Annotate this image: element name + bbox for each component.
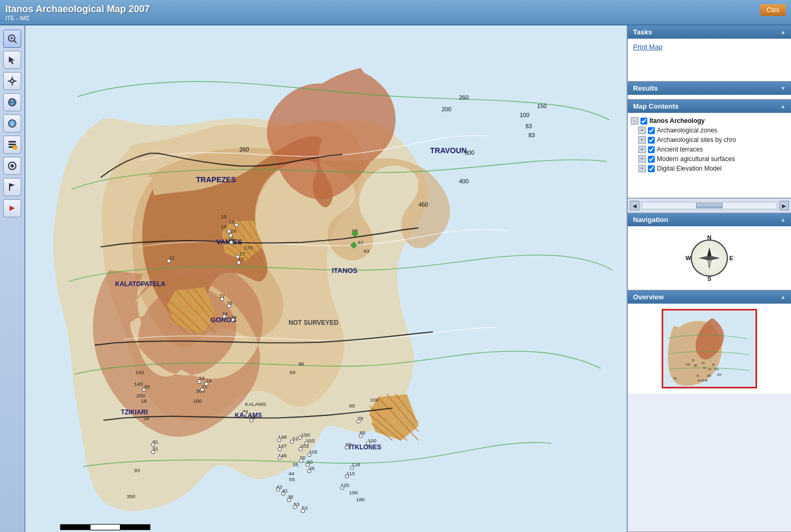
- svg-point-157: [340, 486, 344, 490]
- overview-header[interactable]: Overview ▲: [628, 290, 791, 304]
- svg-text:260: 260: [239, 146, 249, 153]
- svg-point-126: [231, 318, 235, 322]
- expand-modern-ag-button[interactable]: +: [638, 155, 646, 163]
- overview-map[interactable]: 150 79 88 34 51 44 29 200 300 100 91 44 …: [662, 309, 757, 388]
- scroll-right-button[interactable]: ▶: [779, 201, 789, 210]
- svg-point-149: [293, 505, 297, 509]
- navigation-title: Navigation: [633, 216, 668, 224]
- zoom-in-button[interactable]: [3, 30, 21, 48]
- layer-checkbox-terraces[interactable]: [648, 146, 655, 153]
- svg-text:100: 100: [520, 112, 529, 118]
- svg-text:51: 51: [703, 367, 706, 369]
- svg-text:18: 18: [141, 398, 147, 404]
- cursor-icon: [7, 55, 17, 65]
- svg-point-117: [227, 229, 231, 233]
- expand-root-button[interactable]: -: [631, 117, 638, 125]
- close-button[interactable]: Clos: [760, 4, 786, 16]
- layer-name-modern-ag: Modern agicultural surfaces: [657, 155, 735, 163]
- svg-point-155: [350, 466, 354, 469]
- svg-text:55: 55: [289, 476, 295, 482]
- layer-checkbox-arch-zones[interactable]: [648, 127, 655, 134]
- svg-marker-4: [9, 57, 14, 64]
- map-contents-header[interactable]: Map Contents ▲: [628, 100, 791, 113]
- flag-icon: [7, 182, 17, 192]
- layers-button[interactable]: !: [3, 136, 21, 154]
- kalatopatela-label: KALATOPATELA: [115, 280, 165, 288]
- compass: N S W E: [685, 234, 733, 282]
- svg-point-151: [357, 420, 361, 423]
- tasks-collapse-icon: ▲: [780, 29, 786, 35]
- itklones-label: ITKLONES: [349, 444, 382, 451]
- svg-text:200: 200: [715, 368, 719, 371]
- svg-point-139: [298, 436, 302, 440]
- right-panel: Tasks ▲ Print Map Results ▼ Map Contents…: [627, 25, 791, 532]
- svg-text:300: 300: [717, 374, 721, 376]
- svg-point-136: [278, 447, 282, 451]
- layer-row-root: - Itanos Archeology: [630, 116, 789, 126]
- navigation-header[interactable]: Navigation ▲: [628, 213, 791, 226]
- navigation-collapse-icon: ▲: [780, 217, 786, 223]
- info-button[interactable]: i: [3, 114, 21, 132]
- info-icon: i: [7, 119, 17, 128]
- svg-point-118: [229, 234, 233, 237]
- overview-section: Overview ▲ 150 79 88 34 51: [628, 290, 791, 532]
- map-contents-collapse-icon: ▲: [780, 103, 786, 109]
- app-title: Itanos Archaeological Map 2007: [5, 4, 150, 15]
- scroll-track[interactable]: [641, 202, 777, 209]
- app-title-block: Itanos Archaeological Map 2007 ITE - ΙΜΣ: [5, 4, 150, 21]
- layer-checkbox-arch-sites[interactable]: [648, 137, 655, 144]
- cursor-button[interactable]: [3, 51, 21, 69]
- svg-rect-161: [90, 524, 120, 530]
- flag-button[interactable]: [3, 178, 21, 196]
- layer-checkbox-dem[interactable]: [648, 165, 655, 172]
- tasks-section: Tasks ▲ Print Map: [628, 25, 791, 82]
- svg-text:!: !: [14, 146, 15, 149]
- app-subtitle: ITE - ΙΜΣ: [5, 15, 150, 21]
- svg-text:83: 83: [525, 123, 532, 130]
- layer-checkbox-root[interactable]: [640, 118, 647, 125]
- globe-icon: [7, 97, 17, 107]
- svg-text:79: 79: [691, 359, 695, 362]
- scroll-thumb[interactable]: [696, 203, 723, 208]
- map-area[interactable]: TRAPEZES TRAVOUN VAMIES ITANOS KALATOPAT…: [25, 25, 627, 532]
- svg-point-134: [152, 450, 155, 454]
- compass-rose-svg: [696, 245, 723, 271]
- pan-icon: [7, 76, 17, 86]
- svg-point-153: [366, 441, 370, 445]
- layer-row-dem: + Digital Elevation Model: [630, 164, 789, 173]
- expand-dem-button[interactable]: +: [638, 165, 646, 172]
- svg-text:16: 16: [231, 228, 236, 234]
- overview-collapse-icon: ▲: [780, 294, 786, 300]
- svg-text:34: 34: [143, 415, 149, 421]
- svg-marker-20: [10, 206, 15, 211]
- results-header[interactable]: Results ▼: [628, 82, 791, 95]
- tzikiari-label: TZIKIARI: [121, 409, 148, 416]
- svg-point-122: [167, 259, 171, 263]
- tasks-header[interactable]: Tasks ▲: [628, 25, 791, 39]
- svg-text:180: 180: [356, 496, 365, 502]
- identify-button[interactable]: [3, 157, 21, 175]
- layer-checkbox-modern-ag[interactable]: [648, 156, 655, 163]
- svg-text:190: 190: [349, 490, 358, 495]
- expand-arch-sites-button[interactable]: +: [638, 136, 646, 144]
- svg-text:35: 35: [293, 462, 298, 467]
- scroll-left-button[interactable]: ◀: [630, 201, 639, 210]
- layers-icon: !: [7, 140, 17, 149]
- svg-text:400: 400: [459, 178, 469, 184]
- arrow-icon: [7, 203, 17, 213]
- expand-arch-zones-button[interactable]: +: [638, 127, 646, 134]
- svg-point-140: [305, 441, 309, 445]
- svg-text:143: 143: [135, 369, 144, 375]
- print-map-link[interactable]: Print Map: [633, 43, 663, 51]
- compass-west-label: W: [685, 255, 691, 261]
- not-surveyed-label: NOT SURVEYED: [288, 319, 339, 326]
- expand-terraces-button[interactable]: +: [638, 146, 646, 153]
- svg-rect-11: [8, 141, 16, 143]
- layer-tree: - Itanos Archeology + Archaeological zon…: [630, 116, 789, 173]
- svg-text:17: 17: [239, 251, 245, 256]
- main-layout: i !: [0, 25, 791, 532]
- pan-button[interactable]: [3, 72, 21, 90]
- arrow-button[interactable]: [3, 199, 21, 217]
- results-section: Results ▼: [628, 82, 791, 100]
- globe-button[interactable]: [3, 93, 21, 111]
